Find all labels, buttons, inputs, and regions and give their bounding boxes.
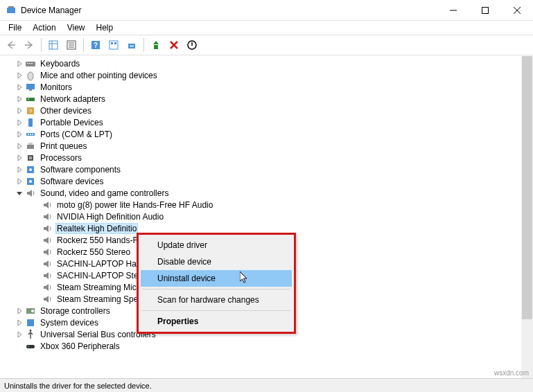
expander-icon[interactable] <box>14 188 25 199</box>
context-menu-item[interactable]: Disable device <box>141 253 292 270</box>
maximize-button[interactable] <box>469 0 501 21</box>
status-text: Uninstalls the driver for the selected d… <box>4 382 152 390</box>
expander-icon[interactable] <box>14 117 25 128</box>
expander-icon[interactable] <box>14 82 25 93</box>
tree-category[interactable]: Portable Devices <box>0 116 533 128</box>
device-label: Steam Streaming Spea <box>55 294 144 304</box>
expander-icon[interactable] <box>14 329 25 340</box>
device-label: Rockerz 550 Stereo <box>55 247 132 257</box>
category-icon: ? <box>25 105 36 116</box>
sound-icon <box>42 235 53 246</box>
svg-point-37 <box>32 134 33 135</box>
category-label: Portable Devices <box>39 118 105 127</box>
expander-icon[interactable] <box>14 305 25 317</box>
device-label: Realtek High Definitio <box>55 223 138 234</box>
svg-point-47 <box>31 310 34 312</box>
window-controls <box>437 0 533 21</box>
disable-button[interactable] <box>184 37 200 53</box>
expander-icon[interactable] <box>14 341 25 352</box>
tree-category[interactable]: Monitors <box>0 81 533 93</box>
uninstall-button[interactable] <box>166 37 182 53</box>
svg-rect-20 <box>154 45 158 49</box>
scan-button[interactable] <box>123 37 140 53</box>
expander-icon[interactable] <box>14 70 25 81</box>
expander-icon[interactable] <box>14 58 25 69</box>
category-icon <box>25 58 36 69</box>
category-label: System devices <box>39 318 100 328</box>
tree-device-item[interactable]: NVIDIA High Definition Audio <box>0 211 533 222</box>
tree-category[interactable]: ?Other devices <box>0 105 533 116</box>
svg-point-35 <box>28 134 29 135</box>
svg-rect-29 <box>26 98 35 101</box>
svg-point-45 <box>29 180 32 183</box>
tree-category[interactable]: Ports (COM & LPT) <box>0 128 533 140</box>
menu-help[interactable]: Help <box>91 21 119 34</box>
expander-icon[interactable] <box>14 176 25 187</box>
tree-category[interactable]: Network adapters <box>0 93 533 105</box>
expander-icon[interactable] <box>14 105 25 116</box>
tree-category[interactable]: Mice and other pointing devices <box>0 69 533 81</box>
svg-text:?: ? <box>29 108 33 114</box>
tree-device-item[interactable]: moto g(8) power lite Hands-Free HF Audio <box>0 199 533 211</box>
sound-icon <box>42 270 53 281</box>
device-label: SACHIN-LAPTOP Ster <box>55 271 143 280</box>
tree-category[interactable]: Software devices <box>0 175 533 187</box>
context-menu-item[interactable]: Properties <box>141 313 292 330</box>
expander-icon[interactable] <box>14 164 25 175</box>
category-icon <box>25 117 36 128</box>
category-icon <box>25 317 36 328</box>
expander-icon[interactable] <box>14 152 25 163</box>
scrollbar-thumb[interactable] <box>522 56 532 319</box>
category-icon <box>25 341 36 352</box>
device-label: NVIDIA High Definition Audio <box>55 212 165 222</box>
context-menu-item[interactable]: Uninstall device <box>141 270 292 287</box>
tree-category[interactable]: Software components <box>0 163 533 175</box>
menu-view[interactable]: View <box>62 21 91 34</box>
expander-icon[interactable] <box>14 317 25 328</box>
help-button[interactable]: ? <box>87 37 104 53</box>
category-icon <box>25 152 36 163</box>
device-label: Steam Streaming Micr <box>55 283 141 292</box>
vertical-scrollbar[interactable] <box>521 56 533 378</box>
context-menu-item[interactable]: Scan for hardware changes <box>141 292 292 308</box>
menu-action[interactable]: Action <box>27 21 61 34</box>
minimize-button[interactable] <box>437 0 469 21</box>
show-hidden-button[interactable] <box>45 37 62 53</box>
tree-category[interactable]: Xbox 360 Peripherals <box>0 340 533 352</box>
expander-icon[interactable] <box>14 141 25 152</box>
device-label: SACHIN-LAPTOP Han <box>55 259 143 269</box>
category-icon <box>25 93 36 105</box>
tree-category[interactable]: Print queues <box>0 140 533 152</box>
category-icon <box>25 188 36 199</box>
svg-rect-6 <box>49 41 58 49</box>
svg-rect-3 <box>482 7 489 13</box>
category-label: Sound, video and game controllers <box>39 188 170 198</box>
tree-category[interactable]: Processors <box>0 152 533 163</box>
titlebar: Device Manager <box>0 0 533 21</box>
svg-rect-50 <box>26 345 35 348</box>
sound-icon <box>42 258 53 269</box>
category-label: Mice and other pointing devices <box>39 71 159 80</box>
context-menu-item[interactable]: Update driver <box>141 237 292 253</box>
svg-point-49 <box>30 329 32 331</box>
expander-icon[interactable] <box>14 93 25 105</box>
back-button[interactable] <box>3 37 19 53</box>
view-button[interactable] <box>105 37 122 53</box>
update-driver-button[interactable] <box>148 37 164 53</box>
category-icon <box>25 141 36 152</box>
svg-rect-48 <box>27 319 34 326</box>
category-label: Software devices <box>39 177 105 186</box>
close-button[interactable] <box>501 0 533 21</box>
tree-category[interactable]: Sound, video and game controllers <box>0 187 533 199</box>
expander-icon[interactable] <box>14 129 25 140</box>
menu-file[interactable]: File <box>3 21 27 34</box>
tree-category[interactable]: Keyboards <box>0 57 533 69</box>
category-label: Storage controllers <box>39 306 112 316</box>
category-icon <box>25 129 36 140</box>
forward-button[interactable] <box>21 37 37 53</box>
svg-rect-23 <box>27 63 28 64</box>
properties-button[interactable] <box>63 37 80 53</box>
context-menu-separator <box>142 289 290 289</box>
category-label: Other devices <box>39 106 93 116</box>
window-title: Device Manager <box>21 6 437 15</box>
